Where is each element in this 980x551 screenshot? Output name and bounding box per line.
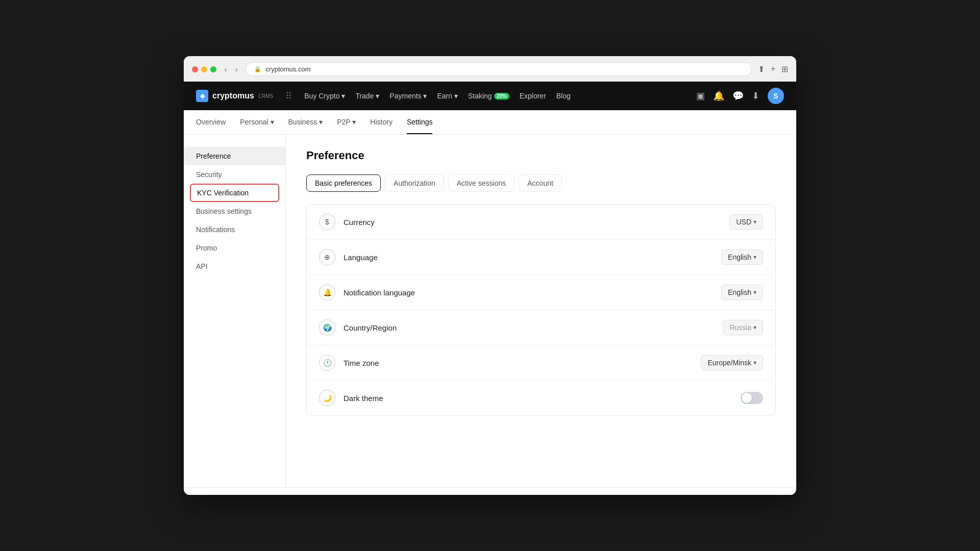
notification-language-value: English [728, 288, 751, 296]
content-wrapper: Preference Security KYC Verification Bus… [184, 135, 796, 487]
chevron-down-icon: ▾ [753, 359, 756, 366]
url-bar[interactable]: 🔒 cryptomus.com [246, 62, 751, 76]
footer: ✕ 📷 ▶ in ✈ f 👽 ◉ ⓘ Support center [184, 487, 796, 495]
settings-container: $ Currency USD ▾ ⊕ Language English [306, 204, 776, 416]
logo[interactable]: ◈ cryptomus CRMS [196, 90, 273, 102]
subnav-business[interactable]: Business ▾ [288, 111, 323, 134]
url-text: cryptomus.com [265, 65, 310, 73]
wallet-icon[interactable]: ▣ [696, 90, 705, 102]
setting-row-dark-theme: 🌙 Dark theme [307, 381, 775, 415]
notification-language-dropdown[interactable]: English ▾ [721, 285, 763, 300]
avatar[interactable]: S [768, 88, 784, 104]
tab-account[interactable]: Account [519, 174, 562, 192]
subnav-personal[interactable]: Personal ▾ [240, 111, 274, 134]
sidebar-item-api[interactable]: API [184, 257, 285, 276]
country-value: Russia [729, 323, 751, 332]
nav-links: Buy Crypto ▾ Trade ▾ Payments ▾ Earn ▾ S… [304, 92, 684, 100]
staking-badge: 20% [494, 93, 509, 99]
dark-theme-icon: 🌙 [319, 390, 335, 406]
subnav-settings[interactable]: Settings [407, 111, 433, 134]
timezone-label: Time zone [344, 359, 701, 367]
nav-earn[interactable]: Earn ▾ [437, 92, 457, 100]
traffic-lights [192, 66, 216, 72]
notification-language-label: Notification language [344, 288, 721, 297]
logo-icon: ◈ [196, 90, 208, 102]
tab-authorization[interactable]: Authorization [385, 174, 444, 192]
subnav-p2p[interactable]: P2P ▾ [337, 111, 356, 134]
sidebar-item-kyc[interactable]: KYC Verification [190, 184, 279, 202]
apps-grid-icon[interactable]: ⠿ [285, 90, 292, 102]
currency-dropdown[interactable]: USD ▾ [729, 214, 763, 230]
bell-icon[interactable]: 🔔 [713, 90, 724, 102]
nav-staking[interactable]: Staking 20% [468, 92, 509, 100]
chevron-down-icon: ▾ [753, 218, 756, 226]
timezone-value: Europe/Minsk [707, 359, 751, 367]
country-dropdown[interactable]: Russia ▾ [723, 320, 763, 335]
new-tab-icon[interactable]: + [771, 64, 775, 74]
nav-blog[interactable]: Blog [556, 92, 571, 100]
notification-icon: 🔔 [319, 284, 335, 300]
setting-row-timezone: 🕐 Time zone Europe/Minsk ▾ [307, 345, 775, 381]
nav-payments[interactable]: Payments ▾ [389, 92, 427, 100]
crms-badge: CRMS [258, 93, 273, 99]
browser-actions: ⬆ + ⊞ [758, 64, 788, 74]
download-icon[interactable]: ⬇ [752, 90, 760, 102]
dark-theme-label: Dark theme [344, 394, 741, 403]
currency-icon: $ [319, 214, 335, 230]
back-button[interactable]: ‹ [223, 64, 229, 74]
security-icon: 🔒 [254, 66, 261, 72]
maximize-button[interactable] [210, 66, 216, 72]
sidebar-item-preference[interactable]: Preference [184, 147, 285, 165]
sidebar-item-notifications[interactable]: Notifications [184, 220, 285, 239]
dark-theme-toggle[interactable] [741, 392, 763, 404]
chevron-down-icon: ▾ [753, 324, 756, 331]
browser-nav-controls: ‹ › [223, 64, 239, 74]
minimize-button[interactable] [201, 66, 207, 72]
subnav-history[interactable]: History [370, 111, 393, 134]
sidebar-item-promo[interactable]: Promo [184, 239, 285, 257]
forward-button[interactable]: › [233, 64, 240, 74]
setting-row-notification-language: 🔔 Notification language English ▾ [307, 275, 775, 310]
country-icon: 🌍 [319, 319, 335, 336]
logo-text: cryptomus [212, 91, 254, 101]
language-dropdown[interactable]: English ▾ [721, 249, 763, 265]
preference-tabs: Basic preferences Authorization Active s… [306, 174, 776, 192]
page-title: Preference [306, 149, 776, 162]
grid-icon[interactable]: ⊞ [781, 64, 788, 74]
tab-active-sessions[interactable]: Active sessions [448, 174, 514, 192]
setting-row-language: ⊕ Language English ▾ [307, 240, 775, 275]
currency-label: Currency [344, 218, 729, 227]
nav-buy-crypto[interactable]: Buy Crypto ▾ [304, 92, 345, 100]
main-content: Preference Basic preferences Authorizati… [286, 135, 796, 487]
country-label: Country/Region [344, 323, 723, 332]
currency-value: USD [736, 218, 751, 226]
tab-basic-preferences[interactable]: Basic preferences [306, 174, 381, 192]
language-icon: ⊕ [319, 249, 335, 265]
sidebar: Preference Security KYC Verification Bus… [184, 135, 286, 487]
nav-right: ▣ 🔔 💬 ⬇ S [696, 88, 784, 104]
sidebar-item-security[interactable]: Security [184, 165, 285, 184]
share-icon[interactable]: ⬆ [758, 64, 765, 74]
timezone-dropdown[interactable]: Europe/Minsk ▾ [701, 355, 763, 370]
chevron-down-icon: ▾ [753, 254, 756, 261]
nav-explorer[interactable]: Explorer [520, 92, 546, 100]
subnav-overview[interactable]: Overview [196, 111, 226, 134]
setting-row-currency: $ Currency USD ▾ [307, 205, 775, 240]
app-navbar: ◈ cryptomus CRMS ⠿ Buy Crypto ▾ Trade ▾ … [184, 82, 796, 110]
timezone-icon: 🕐 [319, 355, 335, 371]
setting-row-country: 🌍 Country/Region Russia ▾ [307, 310, 775, 345]
language-label: Language [344, 253, 721, 262]
close-button[interactable] [192, 66, 198, 72]
chat-icon[interactable]: 💬 [732, 90, 744, 102]
chevron-down-icon: ▾ [753, 289, 756, 296]
nav-trade[interactable]: Trade ▾ [355, 92, 379, 100]
language-value: English [728, 253, 751, 261]
sidebar-item-business-settings[interactable]: Business settings [184, 202, 285, 220]
sub-nav: Overview Personal ▾ Business ▾ P2P ▾ His… [184, 110, 796, 135]
